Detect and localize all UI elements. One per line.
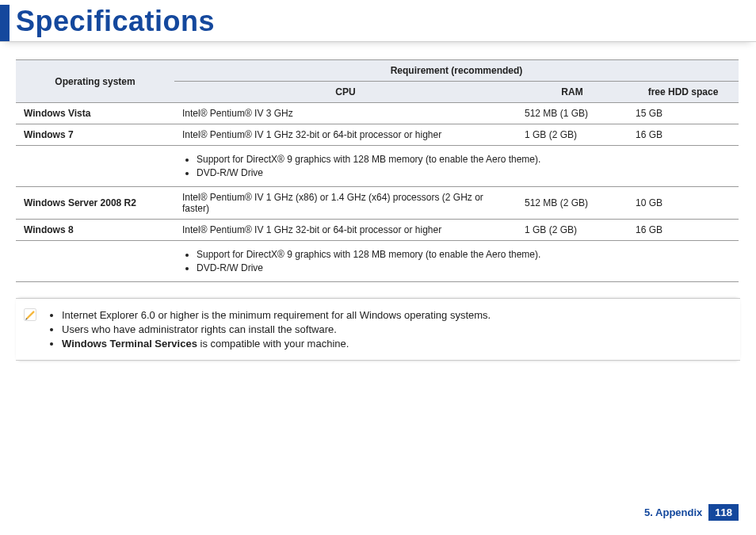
note-3: Windows Terminal Services is compatible … [62, 338, 491, 350]
row-win7: Windows 7 Intel® Pentium® IV 1 GHz 32-bi… [16, 124, 739, 146]
win7-notes-list: Support for DirectX® 9 graphics with 128… [197, 154, 731, 178]
win8-note-2: DVD-R/W Drive [197, 262, 731, 273]
cell-win8-ram: 1 GB (2 GB) [517, 220, 628, 241]
page-title-bar: Specifications [0, 5, 756, 42]
note-3-bold: Windows Terminal Services [62, 338, 197, 350]
cell-vista-hdd: 15 GB [628, 103, 739, 124]
page-title: Specifications [16, 5, 215, 38]
win8-note-1: Support for DirectX® 9 graphics with 128… [197, 249, 731, 260]
row-win8-notes: Support for DirectX® 9 graphics with 128… [16, 241, 739, 282]
note-icon [22, 307, 38, 323]
header-row-1: Operating system Requirement (recommende… [16, 60, 739, 82]
win7-note-2: DVD-R/W Drive [197, 167, 731, 178]
cell-srv2008-hdd: 10 GB [628, 187, 739, 220]
row-win8: Windows 8 Intel® Pentium® IV 1 GHz 32-bi… [16, 220, 739, 241]
col-cpu: CPU [174, 82, 517, 103]
cell-win8-hdd: 16 GB [628, 220, 739, 241]
cell-srv2008-os: Windows Server 2008 R2 [16, 187, 174, 220]
title-stripe [0, 5, 10, 41]
footer-page: 118 [708, 504, 739, 521]
cell-srv2008-cpu: Intel® Pentium® IV 1 GHz (x86) or 1.4 GH… [174, 187, 517, 220]
cell-win7-cpu: Intel® Pentium® IV 1 GHz 32-bit or 64-bi… [174, 124, 517, 146]
page-footer: 5. Appendix 118 [644, 504, 739, 521]
cell-srv2008-ram: 512 MB (2 GB) [517, 187, 628, 220]
notes-box: Internet Explorer 6.0 or higher is the m… [16, 298, 740, 361]
row-vista: Windows Vista Intel® Pentium® IV 3 GHz 5… [16, 103, 739, 124]
win7-note-1: Support for DirectX® 9 graphics with 128… [197, 154, 731, 165]
cell-vista-cpu: Intel® Pentium® IV 3 GHz [174, 103, 517, 124]
cell-vista-os: Windows Vista [16, 103, 174, 124]
col-os: Operating system [16, 60, 174, 103]
note-2: Users who have administrator rights can … [62, 323, 491, 335]
row-srv2008: Windows Server 2008 R2 Intel® Pentium® I… [16, 187, 739, 220]
note-1: Internet Explorer 6.0 or higher is the m… [62, 309, 491, 321]
footer-section: 5. Appendix [644, 506, 702, 518]
note-3-rest: is compatible with your machine. [197, 338, 349, 350]
cell-win8-cpu: Intel® Pentium® IV 1 GHz 32-bit or 64-bi… [174, 220, 517, 241]
row-win7-notes: Support for DirectX® 9 graphics with 128… [16, 146, 739, 187]
specifications-table: Operating system Requirement (recommende… [16, 59, 739, 282]
notes-list: Internet Explorer 6.0 or higher is the m… [51, 307, 491, 352]
cell-vista-ram: 512 MB (1 GB) [517, 103, 628, 124]
cell-win8-os: Windows 8 [16, 220, 174, 241]
win8-notes-list: Support for DirectX® 9 graphics with 128… [197, 249, 731, 273]
col-ram: RAM [517, 82, 628, 103]
cell-win7-ram: 1 GB (2 GB) [517, 124, 628, 146]
cell-win7-os: Windows 7 [16, 124, 174, 146]
cell-win7-hdd: 16 GB [628, 124, 739, 146]
col-requirement: Requirement (recommended) [174, 60, 739, 82]
col-hdd: free HDD space [628, 82, 739, 103]
